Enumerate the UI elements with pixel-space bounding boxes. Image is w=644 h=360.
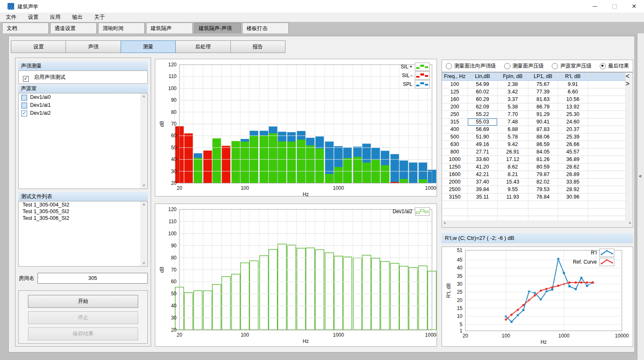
channel-checkbox[interactable]: [21, 103, 27, 108]
menu-item[interactable]: 输出: [66, 13, 88, 22]
test-file-item[interactable]: Test 1_305-006_SI2: [19, 215, 147, 222]
scroll-up-icon[interactable]: <: [141, 93, 146, 100]
table-cell[interactable]: 3.37: [498, 96, 528, 103]
table-cell[interactable]: 6.60: [558, 88, 588, 96]
table-cell[interactable]: 250: [442, 111, 468, 118]
table-cell[interactable]: 90.41: [528, 118, 558, 126]
table-cell[interactable]: 60.02: [468, 88, 498, 96]
main-tab[interactable]: 通道设置: [50, 23, 97, 33]
table-cell[interactable]: 79.87: [528, 171, 558, 178]
panel-collapse-handle[interactable]: <: [637, 33, 644, 360]
table-cell[interactable]: 100: [442, 81, 468, 88]
table-cell[interactable]: 86.59: [528, 141, 558, 148]
table-cell[interactable]: 125: [442, 88, 468, 96]
table-cell[interactable]: 35.11: [468, 194, 498, 201]
table-cell[interactable]: 37.40: [468, 179, 498, 186]
table-cell[interactable]: 9.42: [498, 141, 528, 148]
main-tab[interactable]: 建筑隔声: [146, 23, 193, 33]
table-cell[interactable]: 76.84: [528, 194, 558, 201]
table-cell[interactable]: 400: [442, 126, 468, 133]
sub-tab[interactable]: 测量: [121, 40, 176, 53]
table-cell[interactable]: 200: [442, 103, 468, 111]
table-cell[interactable]: 9.91: [558, 81, 588, 88]
table-cell[interactable]: 24.60: [558, 118, 588, 126]
table-cell[interactable]: 3150: [442, 194, 468, 201]
table-cell[interactable]: 36.89: [558, 156, 588, 163]
table-horizontal-scrollbar[interactable]: < >: [442, 220, 633, 227]
scroll-down-icon[interactable]: >: [626, 80, 629, 87]
main-tab[interactable]: 文档: [2, 23, 49, 33]
result-view-radio[interactable]: 测量面声压级: [504, 63, 544, 70]
menu-item[interactable]: 关于: [88, 13, 111, 22]
table-cell[interactable]: 42.21: [468, 171, 498, 178]
test-file-item[interactable]: Test 1_305-005_SI2: [19, 208, 147, 215]
table-cell[interactable]: 7.70: [498, 111, 528, 118]
table-cell[interactable]: 3.42: [498, 88, 528, 96]
table-cell[interactable]: 84.05: [528, 149, 558, 156]
table-cell[interactable]: 60.29: [468, 96, 498, 103]
menu-item[interactable]: 设置: [22, 13, 44, 22]
table-cell[interactable]: 82.02: [528, 179, 558, 186]
table-cell[interactable]: 315: [442, 118, 468, 126]
table-cell[interactable]: 39.84: [468, 186, 498, 193]
table-cell[interactable]: 54.99: [468, 81, 498, 88]
table-cell[interactable]: 87.83: [528, 126, 558, 133]
table-cell[interactable]: 62.09: [468, 103, 498, 111]
table-cell[interactable]: 10.56: [558, 96, 588, 103]
sub-tab[interactable]: 声强: [66, 40, 121, 53]
sub-tab[interactable]: 报告: [230, 40, 285, 53]
table-cell[interactable]: 6.88: [498, 126, 528, 133]
save-result-button[interactable]: 保存结果: [28, 327, 138, 340]
table-cell[interactable]: 91.29: [528, 111, 558, 118]
table-cell[interactable]: 56.69: [468, 126, 498, 133]
table-vertical-scrollbar[interactable]: < >: [626, 73, 633, 220]
test-file-item[interactable]: Test 1_305-004_SI2: [19, 201, 147, 208]
table-cell[interactable]: 8.21: [498, 171, 528, 178]
channel-list-scrollbar[interactable]: <>: [140, 93, 147, 189]
room-name-input[interactable]: [38, 273, 148, 284]
minimize-button[interactable]: [586, 0, 603, 13]
table-cell[interactable]: 86.79: [528, 103, 558, 111]
table-cell[interactable]: 2000: [442, 179, 468, 186]
table-cell[interactable]: 28.92: [558, 186, 588, 193]
table-cell[interactable]: 81.26: [528, 156, 558, 163]
main-tab[interactable]: 建筑隔声-声强: [194, 23, 241, 33]
table-cell[interactable]: 25.39: [558, 133, 588, 141]
sub-tab[interactable]: 设置: [11, 40, 66, 53]
table-cell[interactable]: 5.78: [498, 133, 528, 141]
table-cell[interactable]: 33.60: [468, 156, 498, 163]
table-cell[interactable]: 45.57: [558, 149, 588, 156]
result-view-radio[interactable]: 测量面法向声强级: [446, 63, 496, 70]
table-cell[interactable]: 1600: [442, 171, 468, 178]
channel-list-item[interactable]: Dev1/ai0: [19, 93, 147, 101]
table-cell[interactable]: 55.22: [468, 111, 498, 118]
table-cell[interactable]: 2500: [442, 186, 468, 193]
table-cell[interactable]: 25.30: [558, 111, 588, 118]
table-cell[interactable]: 27.71: [468, 149, 498, 156]
table-cell[interactable]: 630: [442, 141, 468, 148]
test-file-list[interactable]: Test 1_305-004_SI2Test 1_305-005_SI2Test…: [18, 201, 148, 267]
table-cell[interactable]: 8.62: [498, 164, 528, 171]
enable-test-box[interactable]: ✓ 启用声强测试: [18, 70, 148, 84]
table-cell[interactable]: 80.59: [528, 164, 558, 171]
channel-checkbox[interactable]: ✓: [21, 111, 27, 116]
table-cell[interactable]: 79.53: [528, 186, 558, 193]
table-cell[interactable]: 26.89: [558, 171, 588, 178]
table-cell[interactable]: 13.92: [558, 103, 588, 111]
table-cell[interactable]: 800: [442, 149, 468, 156]
source-room-channel-list[interactable]: Dev1/ai0Dev1/ai1✓Dev1/ai2<>: [18, 93, 148, 189]
channel-list-item[interactable]: Dev1/ai1: [19, 101, 147, 109]
table-cell[interactable]: 77.39: [528, 88, 558, 96]
table-cell[interactable]: 1000: [442, 156, 468, 163]
result-view-radio[interactable]: 声源室声压级: [552, 63, 591, 70]
stop-button[interactable]: 停止: [28, 311, 138, 324]
channel-list-item[interactable]: ✓Dev1/ai2: [19, 109, 147, 117]
table-cell[interactable]: 160: [442, 96, 468, 103]
table-cell[interactable]: 81.63: [528, 96, 558, 103]
menu-item[interactable]: 应用: [44, 13, 66, 22]
table-cell[interactable]: 75.67: [528, 81, 558, 88]
sub-tab[interactable]: 后处理: [175, 40, 230, 53]
table-cell[interactable]: 15.43: [498, 179, 528, 186]
main-tab[interactable]: 楼板打击: [242, 23, 289, 33]
table-cell[interactable]: 88.06: [528, 133, 558, 141]
